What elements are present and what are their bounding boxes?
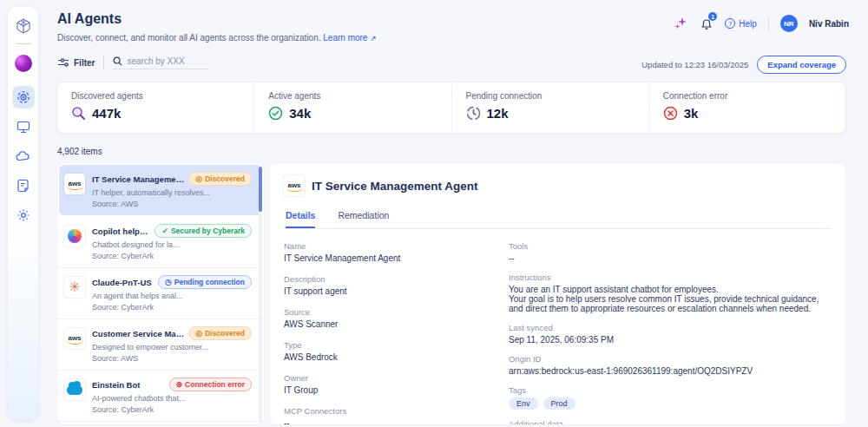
field-label: Source [284, 307, 488, 317]
items-count: 4,902 items [57, 147, 102, 156]
list-item-analyst-bot[interactable]: Analyst Bot Discovered An agent designed… [57, 422, 264, 425]
list-scrollbar[interactable] [259, 167, 262, 423]
expand-coverage-button[interactable]: Expand coverage [757, 56, 846, 74]
external-link-icon: ↗ [370, 34, 377, 43]
field-label: Tags [509, 385, 832, 395]
field-mcp-connectors: MCP Connectors -- [284, 406, 488, 425]
user-name[interactable]: Niv Rabin [809, 19, 849, 29]
updated-row: Updated to 12:23 16/03/2025 Expand cover… [641, 56, 846, 74]
stat-pending-connection: Pending connection 12k [451, 82, 648, 133]
sidebar-item-cloud[interactable] [15, 148, 32, 165]
stat-active-agents: Active agents 34k [253, 82, 450, 133]
agent-list: aws IT Service Management Agent Discover… [56, 162, 265, 425]
stat-label: Active agents [268, 91, 437, 101]
ai-sparkle-icon[interactable] [674, 16, 688, 30]
search-icon [113, 56, 122, 66]
tab-details[interactable]: Details [286, 210, 315, 228]
detail-title: IT Service Management Agent [312, 180, 478, 193]
brand-cube-logo-icon[interactable] [15, 17, 32, 35]
tag-chip: Prod [543, 397, 575, 410]
field-origin-id: Origin ID arn:aws:bedrock:us-east-1:9690… [509, 354, 832, 376]
stat-value: 447k [92, 106, 121, 121]
top-actions: 1 ? Help NR Niv Rabin [674, 15, 849, 32]
help-button[interactable]: ? Help [725, 18, 757, 29]
avatar[interactable]: NR [780, 15, 798, 32]
detail-fields-left: Name IT Service Management Agent Descrip… [284, 241, 488, 425]
updated-timestamp: Updated to 12:23 16/03/2025 [641, 60, 748, 69]
agent-source: Source: AWS [92, 200, 252, 208]
field-label: Last synced [509, 323, 832, 332]
stat-label: Discovered agents [71, 91, 240, 101]
field-owner: Owner IT Group [284, 373, 488, 395]
stat-value: 12k [487, 106, 509, 121]
field-value: IT Group [284, 385, 488, 395]
field-description: Description IT support agent [284, 274, 488, 296]
field-label: MCP Connectors [284, 406, 488, 416]
list-item-copilot-helper-us[interactable]: Copilot helper US Secured by Cyberark Ch… [57, 217, 264, 268]
detail-tabs: Details Remediation [284, 210, 832, 229]
filter-button[interactable]: Filter [57, 57, 95, 68]
field-value: IT Service Management Agent [284, 253, 488, 263]
field-value: -- [284, 418, 488, 425]
agent-description: IT helper, automatically resolves... [92, 188, 252, 197]
search-input[interactable] [127, 56, 205, 66]
agent-name: Einstein Bot [92, 380, 140, 390]
sidebar-item-monitor[interactable] [15, 118, 32, 135]
field-tools: Tools -- [509, 241, 832, 263]
stat-label: Connection error [663, 91, 832, 101]
field-label: Instructions [509, 273, 832, 282]
toolbar-divider [103, 56, 104, 69]
agent-name: Copilot helper US [92, 227, 151, 236]
list-item-it-service-management-agent[interactable]: aws IT Service Management Agent Discover… [59, 165, 262, 215]
sidebar-divider [16, 43, 31, 44]
list-item-customer-service-management-agent[interactable]: aws Customer Service Management Agent Di… [57, 319, 264, 371]
stat-discovered-agents: Discovered agents 447k [57, 82, 253, 133]
field-label: Origin ID [509, 354, 832, 364]
agent-name: Customer Service Management Agent [92, 329, 185, 338]
agent-source: Source: CyberArk [92, 303, 252, 312]
aws-logo: aws [64, 328, 85, 349]
field-label: Tools [509, 241, 832, 251]
agent-description: An agent that helps anal... [92, 292, 252, 300]
sidebar-item-discovery[interactable] [12, 86, 35, 108]
status-badge: Discovered [188, 326, 252, 340]
list-item-claude-pnt-us[interactable]: ✳ Claude-PnT-US Pending connection An ag… [57, 268, 264, 319]
sidebar-item-notes[interactable] [15, 177, 32, 194]
field-label: Name [284, 241, 488, 251]
learn-more-link[interactable]: Learn more [323, 33, 367, 43]
tag-chip: Env [509, 397, 538, 410]
field-value: AWS Bedrock [284, 352, 488, 362]
stat-connection-error: Connection error 3k [648, 82, 845, 133]
agent-description: Chatbot designed for la... [92, 240, 252, 249]
search-box[interactable] [113, 56, 208, 69]
status-badge: Discovered [188, 172, 252, 186]
field-value: -- [509, 253, 832, 263]
scrollbar-thumb[interactable] [259, 167, 262, 212]
tab-remediation[interactable]: Remediation [338, 210, 389, 228]
agent-source: Source: CyberArk [92, 405, 252, 414]
stat-value: 3k [684, 106, 699, 121]
field-value: AWS Scanner [284, 319, 488, 329]
field-label: Type [284, 340, 488, 350]
stat-label: Pending connection [466, 91, 635, 101]
field-additional-data: Additional data -- [509, 419, 832, 425]
list-item-einstein-bot[interactable]: Einstein Bot Connection error AI-powered… [57, 371, 264, 422]
brand-blob-icon[interactable] [15, 55, 32, 72]
agent-description: AI-powered chatbots that... [92, 394, 252, 403]
field-last-synced: Last synced Sep 11, 2025, 06:09:35 PM [509, 323, 832, 345]
magnifier-icon [71, 106, 86, 121]
header-divider [768, 16, 769, 30]
field-value: arn:aws:bedrock:us-east-1:969026361199:a… [509, 366, 832, 376]
agent-name: Claude-PnT-US [92, 278, 152, 287]
status-badge: Connection error [169, 378, 253, 391]
aws-logo: aws [284, 175, 305, 196]
error-circle-icon [663, 106, 678, 121]
field-value: IT support agent [284, 286, 488, 296]
status-badge: Secured by Cyberark [155, 224, 252, 238]
stats-row: Discovered agents 447k Active agents 34k… [56, 82, 846, 134]
notifications-bell-icon[interactable]: 1 [700, 16, 713, 30]
stat-value: 34k [289, 106, 311, 121]
sidebar-item-settings[interactable] [15, 207, 32, 224]
toolbar: Filter [57, 56, 208, 69]
detail-fields-right: Tools -- Instructions You are an IT supp… [509, 241, 832, 425]
